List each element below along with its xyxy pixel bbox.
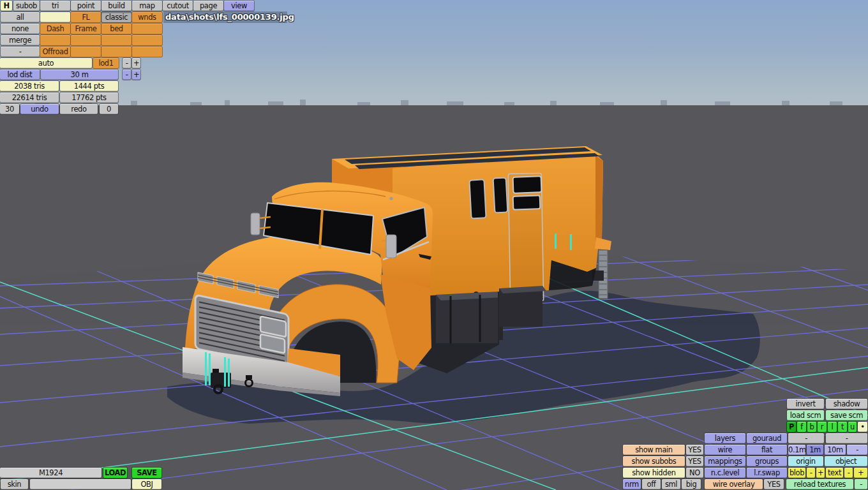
subobject-cell-empty[interactable] [71, 47, 101, 57]
show-hidden-label[interactable]: show hidden [623, 468, 685, 478]
text-plus-button[interactable]: + [854, 468, 867, 478]
menu-subob-button[interactable]: subob [13, 1, 40, 11]
show-main-label[interactable]: show main [623, 445, 685, 455]
invert-button[interactable]: invert [787, 399, 824, 409]
view-top-button[interactable]: t [838, 422, 847, 432]
skin-name-field[interactable] [30, 479, 131, 489]
total-points-count: 17762 pts [60, 93, 118, 103]
groups-button[interactable]: groups [747, 456, 787, 466]
subobject-cell-empty[interactable] [132, 35, 162, 45]
lod-dist-plus-button[interactable]: + [132, 70, 140, 80]
view-under-button[interactable]: u [848, 422, 857, 432]
show-subobs-toggle[interactable]: YES [686, 456, 703, 466]
redo-button[interactable]: redo [60, 104, 98, 114]
select-minus-button[interactable]: - [1, 47, 40, 57]
object-button[interactable]: object [825, 456, 867, 466]
text-button[interactable]: text [826, 468, 843, 478]
grid-step-10m-button[interactable]: 10m [825, 445, 846, 455]
show-hidden-toggle[interactable]: NO [686, 468, 703, 478]
lod-points-count: 1444 pts [60, 81, 118, 91]
subobject-bed-button[interactable]: bed [101, 24, 131, 34]
reload-textures-minus-button[interactable]: - [855, 479, 867, 489]
lr-swap-button[interactable]: l.r.swap [747, 468, 787, 478]
lod-plus-button[interactable]: + [132, 58, 140, 68]
subobject-frame-button[interactable]: Frame [71, 24, 101, 34]
menu-build-button[interactable]: build [101, 1, 131, 11]
menu-tri-button[interactable]: tri [40, 1, 70, 11]
redo-count: 0 [100, 104, 118, 114]
nrm-button[interactable]: nrm [623, 479, 641, 489]
view-right-button[interactable]: r [818, 422, 827, 432]
load-scm-button[interactable]: load scm [787, 410, 824, 420]
subobject-cell-empty[interactable] [132, 24, 162, 34]
lod-tris-count: 2038 tris [0, 81, 59, 91]
lod-dist-minus-button[interactable]: - [123, 70, 131, 80]
load-button[interactable]: LOAD [103, 468, 127, 478]
menu-cutout-button[interactable]: cutout [163, 1, 193, 11]
menu-point-button[interactable]: point [71, 1, 101, 11]
dash-button[interactable]: - [826, 433, 867, 443]
save-scm-button[interactable]: save scm [826, 410, 867, 420]
origin-button[interactable]: origin [788, 456, 823, 466]
view-dot-button[interactable]: • [858, 422, 867, 432]
wire-overlay-label[interactable]: wire overlay [705, 479, 763, 489]
layers-button[interactable]: layers [705, 433, 745, 443]
subobject-cell-empty[interactable] [101, 35, 131, 45]
select-all-button[interactable]: all [1, 12, 40, 22]
grid-step-off-button[interactable]: - [847, 445, 867, 455]
obj-button[interactable]: OBJ [132, 479, 161, 489]
subobject-cell-empty[interactable] [71, 35, 101, 45]
nrm-sml-button[interactable]: sml [662, 479, 680, 489]
box-side-door [508, 174, 543, 302]
subobject-offroad-button[interactable]: Offroad [40, 47, 70, 57]
lod-dist-label[interactable]: lod dist [0, 70, 40, 80]
subobject-dash-button[interactable]: Dash [40, 24, 70, 34]
lfs-modeler-window: H subob tri point build map cutout page … [0, 0, 868, 490]
wire-overlay-toggle[interactable]: YES [764, 479, 784, 489]
menu-map-button[interactable]: map [132, 1, 162, 11]
show-subobs-label[interactable]: show subobs [623, 456, 685, 466]
nrm-big-button[interactable]: big [682, 479, 701, 489]
total-tris-count: 22614 tris [0, 93, 59, 103]
wire-button[interactable]: wire [705, 445, 745, 455]
mappings-button[interactable]: mappings [705, 456, 745, 466]
grid-step-01m-button[interactable]: 0.1m [788, 445, 805, 455]
shadow-button[interactable]: shadow [826, 399, 867, 409]
gouraud-button[interactable]: gouraud [747, 433, 787, 443]
select-none-button[interactable]: none [1, 24, 40, 34]
flat-button[interactable]: flat [747, 445, 787, 455]
lod-dist-value[interactable]: 30 m [41, 70, 118, 80]
subobject-cell-empty[interactable] [40, 35, 70, 45]
save-button[interactable]: SAVE [132, 468, 161, 478]
view-left-button[interactable]: l [828, 422, 837, 432]
blob-button[interactable]: blob [788, 468, 805, 478]
lod-minus-button[interactable]: - [123, 58, 131, 68]
subobject-cell-empty[interactable] [101, 47, 131, 57]
blob-minus-button[interactable]: - [807, 468, 815, 478]
menu-view-button-active[interactable]: view [224, 1, 254, 11]
dash-button[interactable]: - [788, 433, 824, 443]
view-back-button[interactable]: b [807, 422, 816, 432]
lod1-button[interactable]: lod1 [93, 58, 119, 68]
text-minus-button[interactable]: - [844, 468, 853, 478]
subobject-wnds-button[interactable]: wnds [132, 12, 162, 22]
subobject-cell-empty[interactable] [40, 12, 70, 22]
menu-page-button[interactable]: page [193, 1, 223, 11]
reload-textures-button[interactable]: reload textures [786, 479, 853, 489]
blob-plus-button[interactable]: + [816, 468, 825, 478]
skin-button[interactable]: skin [1, 479, 28, 489]
grid-step-1m-button-active[interactable]: 1m [807, 445, 823, 455]
show-main-toggle[interactable]: YES [686, 445, 703, 455]
undo-button[interactable]: undo [20, 104, 59, 114]
menu-h-button[interactable]: H [1, 1, 12, 11]
subobject-classic-button[interactable]: classic [101, 12, 131, 22]
merge-button[interactable]: merge [1, 35, 40, 45]
nc-level-button[interactable]: n.c.level [705, 468, 745, 478]
subobject-cell-empty[interactable] [132, 47, 162, 57]
view-front-button[interactable]: f [797, 422, 806, 432]
view-perspective-button[interactable]: P [787, 422, 796, 432]
nrm-off-button[interactable]: off [642, 479, 661, 489]
subobject-fl-button[interactable]: FL [71, 12, 101, 22]
model-name-field[interactable]: M1924 [0, 468, 101, 478]
lod-auto-button[interactable]: auto [0, 58, 92, 68]
